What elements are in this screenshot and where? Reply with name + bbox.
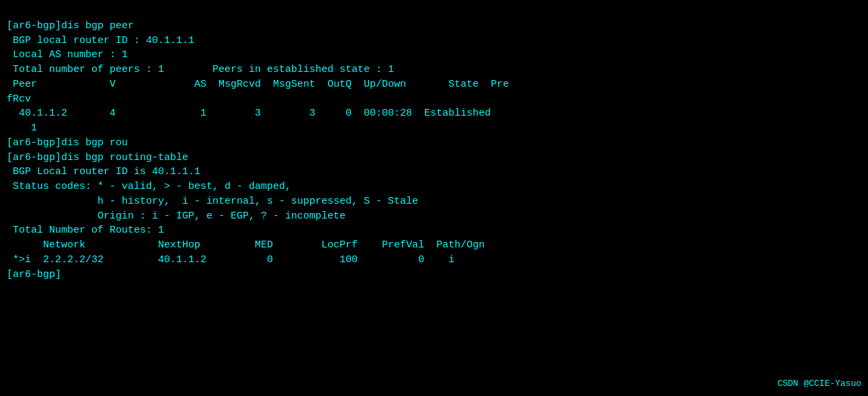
terminal-window: [ar6-bgp]dis bgp peer BGP local router I… (0, 0, 868, 396)
terminal-line: 1 (7, 121, 861, 136)
terminal-line: Network NextHop MED LocPrf PrefVal Path/… (7, 238, 861, 253)
terminal-line: Status codes: * - valid, > - best, d - d… (7, 180, 861, 194)
terminal-line: Local AS number : 1 (7, 48, 861, 63)
terminal-line: Total number of peers : 1 Peers in estab… (7, 63, 861, 77)
terminal-line: h - history, i - internal, s - suppresse… (7, 194, 861, 209)
terminal-line: [ar6-bgp]dis bgp rou (7, 136, 861, 151)
terminal-line: *>i 2.2.2.2/32 40.1.1.2 0 100 0 i (7, 253, 861, 268)
terminal-line: fRcv (7, 92, 861, 107)
terminal-line: [ar6-bgp] (7, 268, 861, 282)
terminal-line: Total Number of Routes: 1 (7, 223, 861, 238)
terminal-line: Peer V AS MsgRcvd MsgSent OutQ Up/Down S… (7, 77, 861, 92)
terminal-line: BGP Local router ID is 40.1.1.1 (7, 165, 861, 180)
terminal-output: [ar6-bgp]dis bgp peer BGP local router I… (7, 19, 861, 282)
terminal-line: [ar6-bgp]dis bgp peer (7, 19, 861, 34)
terminal-line: Origin : i - IGP, e - EGP, ? - incomplet… (7, 209, 861, 224)
watermark: CSDN @CCIE-Yasuo (777, 378, 861, 391)
terminal-line: BGP local router ID : 40.1.1.1 (7, 34, 861, 48)
terminal-line: 40.1.1.2 4 1 3 3 0 00:00:28 Established (7, 106, 861, 121)
terminal-line: [ar6-bgp]dis bgp routing-table (7, 151, 861, 165)
